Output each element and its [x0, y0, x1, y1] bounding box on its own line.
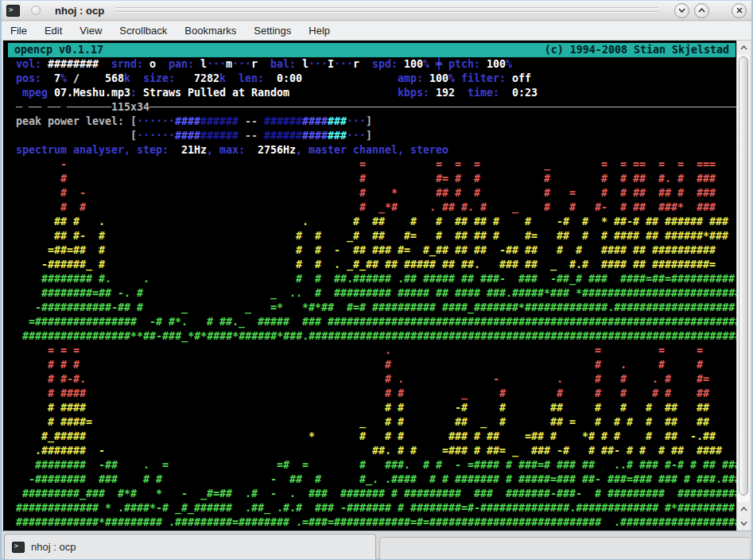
terminal-row: ###-###_####=#######=################*##…	[10, 229, 737, 243]
terminal-text-segment: #	[359, 200, 366, 215]
terminal-text-segment: -#	[149, 315, 162, 329]
terminal-text-segment: .	[99, 215, 105, 229]
terminal-text-segment: ###	[557, 458, 576, 472]
terminal-text-segment: ##	[455, 229, 468, 243]
terminal-text-segment: ###	[588, 272, 607, 286]
terminal-text-segment: ##	[646, 215, 658, 229]
terminal-text-segment: ##	[633, 200, 646, 215]
terminal-row: spectrum analyser, step:21Hz, max:2756Hz…	[10, 143, 737, 158]
terminal-text-segment: ##-	[582, 472, 601, 487]
menu-bookmarks[interactable]: Bookmarks	[176, 22, 245, 39]
tab-label: nhoj : ocp	[31, 541, 76, 553]
terminal-row: # #-#.# .-.##.##=	[10, 372, 737, 387]
terminal-text-segment: ########=##	[41, 286, 111, 301]
terminal-display[interactable]: opencp v0.1.17 (c) 1994-2008 Stian Skjel…	[3, 41, 739, 531]
terminal-text-segment: #	[601, 430, 607, 444]
terminal-text-segment: ##	[474, 229, 487, 243]
scroll-up-button[interactable]	[737, 41, 751, 55]
terminal-text-segment: ##	[658, 186, 671, 200]
terminal-text-segment: _	[245, 301, 251, 315]
maximize-button[interactable]	[694, 3, 709, 18]
terminal-text-segment: *#*##	[302, 301, 334, 315]
menu-settings[interactable]: Settings	[245, 22, 300, 39]
terminal-text-segment: ###=###	[607, 472, 652, 487]
terminal-text-segment: #	[436, 229, 442, 243]
terminal-app-icon[interactable]	[6, 5, 20, 17]
terminal-text-segment: .##	[398, 272, 417, 286]
terminal-text-segment: size:	[143, 72, 175, 86]
terminal-row: #####.##	[10, 358, 737, 372]
menu-edit[interactable]: Edit	[36, 22, 71, 39]
terminal-text-segment: .####*-#	[118, 501, 169, 515]
menu-view[interactable]: View	[71, 22, 111, 39]
terminal-text-segment: ##	[582, 458, 595, 472]
terminal-text-segment: 0:23	[512, 86, 538, 100]
terminal-text-segment: ##	[697, 415, 709, 430]
menu-help[interactable]: Help	[300, 22, 339, 39]
terminal-text-segment: .##_	[245, 501, 270, 515]
terminal-text-segment: ##	[665, 401, 677, 415]
terminal-text-segment: ##.	[461, 258, 480, 272]
terminal-text-segment: #	[315, 258, 321, 272]
terminal-text-segment: ########	[48, 57, 99, 72]
terminal-text-segment: 7282	[194, 72, 219, 86]
terminal-text-segment: --	[245, 115, 258, 129]
scroll-down-button[interactable]	[737, 516, 751, 531]
terminal-text-segment: =	[595, 344, 601, 358]
terminal-text-segment: #	[385, 415, 391, 430]
terminal-text-segment: ##	[353, 243, 366, 258]
terminal-row: -====_=========	[10, 158, 737, 172]
terminal-row: ###_*#.###.#_###-######*###	[10, 200, 737, 215]
terminal-text-segment: #_.	[359, 472, 378, 487]
terminal-text-segment: #	[646, 415, 652, 430]
terminal-text-segment: #	[398, 415, 404, 430]
terminal-text-segment: -.##	[690, 430, 716, 444]
terminal-text-segment: #	[557, 243, 563, 258]
terminal-text-segment: #=	[697, 372, 709, 387]
titlebar[interactable]: nhoj : ocp	[2, 1, 751, 21]
terminal-text-segment: #	[544, 200, 550, 215]
terminal-text-segment: ###	[639, 458, 658, 472]
session-tab[interactable]: nhoj : ocp	[4, 534, 376, 559]
terminal-text-segment: 2756Hz	[258, 143, 296, 158]
scrollbar-thumb[interactable]	[739, 56, 748, 496]
terminal-text-segment: ##	[633, 258, 646, 272]
minimize-button[interactable]	[674, 3, 689, 18]
terminal-text-segment: #	[601, 229, 607, 243]
terminal-text-segment: =	[436, 158, 442, 172]
terminal-text-segment: ######	[264, 115, 302, 129]
terminal-text-segment: #	[620, 401, 627, 415]
terminal-text-segment: #	[296, 243, 302, 258]
terminal-text-segment: =	[658, 344, 665, 358]
terminal-text-segment: #	[690, 458, 697, 472]
menu-scrollback[interactable]: Scrollback	[111, 22, 176, 39]
terminal-text-segment: ##.######	[334, 272, 391, 286]
terminal-text-segment: #	[296, 272, 302, 286]
terminal-text-segment: ###	[518, 272, 538, 286]
menu-file[interactable]: File	[2, 22, 36, 39]
terminal-row: #############*#########.#########=######…	[10, 515, 737, 530]
scroll-up-button-bottom[interactable]	[737, 502, 751, 516]
terminal-text-segment: #-#	[665, 458, 684, 472]
terminal-row: mpeg07.Meshu.mp3:Straws Pulled at Random…	[10, 86, 737, 100]
terminal-text-segment: bal:	[270, 57, 296, 72]
window-menu-icon[interactable]	[31, 6, 41, 15]
terminal-text-segment: ######	[665, 215, 703, 229]
terminal-text-segment: #	[474, 430, 480, 444]
terminal-lines: vol:########srnd:opan:l···m···rbal:l···I…	[10, 57, 737, 530]
terminal-tab-icon	[12, 542, 25, 553]
scrollbar[interactable]	[736, 41, 750, 531]
terminal-text-segment: #	[627, 444, 633, 458]
terminal-text-segment: #	[576, 243, 582, 258]
terminal-text-segment: filter:	[461, 72, 506, 86]
close-button[interactable]	[732, 3, 747, 18]
terminal-text-segment: ##	[289, 472, 302, 487]
terminal-text-segment: _#	[347, 229, 359, 243]
terminal-text-segment: =##	[525, 430, 544, 444]
terminal-text-segment: #	[410, 215, 417, 229]
terminal-text-segment: ]	[366, 129, 372, 143]
terminal-text-segment: ###	[709, 215, 728, 229]
terminal-text-segment: #	[658, 358, 665, 372]
terminal-text-segment: pos:	[16, 72, 41, 86]
terminal-text-segment: *#	[582, 430, 595, 444]
